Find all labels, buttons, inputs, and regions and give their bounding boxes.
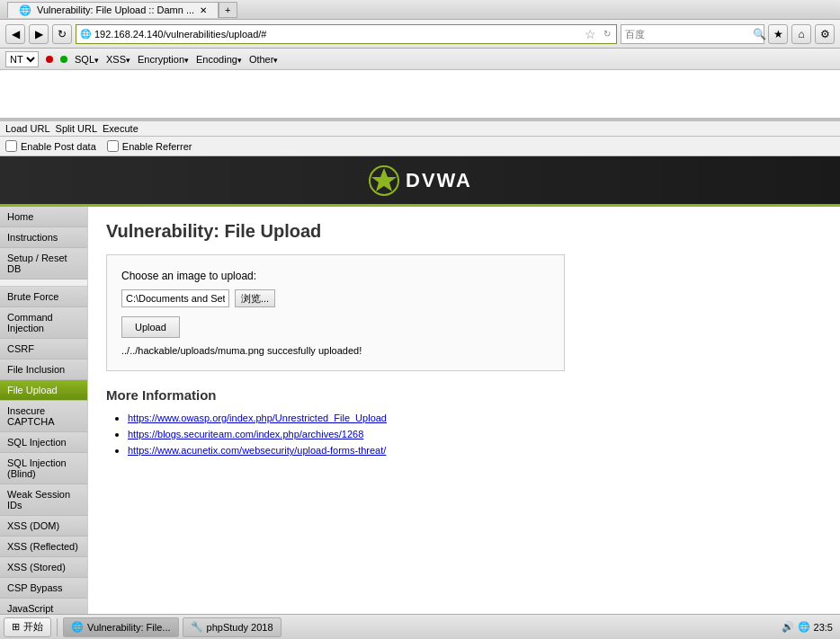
tamper-url-bar: Load URL Split URL Execute [0,121,840,137]
address-favicon: 🌐 [80,29,91,39]
sidebar-item-sql-injection[interactable]: SQL Injection [0,432,87,453]
tamper-url-textarea[interactable] [0,70,840,119]
sql-menu[interactable]: SQL [75,54,99,65]
browser-toolbar: ◀ ▶ ↻ 🌐 ☆ ↻ 🔍 ★ ⌂ ⚙ [0,20,840,49]
list-item: https://www.owasp.org/index.php/Unrestri… [128,412,822,424]
search-wrap: 🔍 [621,24,764,44]
file-input-row: 浏览... [121,289,550,307]
tab-close-button[interactable]: ✕ [200,5,207,15]
sidebar-item-xss-stored[interactable]: XSS (Stored) [0,557,87,578]
address-bar-wrap: 🌐 ☆ ↻ [76,24,617,44]
sidebar-item-instructions[interactable]: Instructions [0,227,87,248]
enable-post-checkbox[interactable] [5,140,17,152]
list-item: https://blogs.securiteam.com/index.php/a… [128,428,822,440]
enable-referrer-label[interactable]: Enable Referrer [107,140,192,152]
address-bar[interactable] [94,29,579,40]
tab-favicon: 🌐 [19,4,31,16]
start-icon: ⊞ [12,621,20,633]
sidebar: Home Instructions Setup / Reset DB Brute… [0,207,88,632]
upload-label: Choose an image to upload: [121,270,550,282]
browser-titlebar: 🌐 Vulnerability: File Upload :: Damn ...… [0,0,840,20]
browse-button[interactable]: 浏览... [235,289,275,307]
file-path-input[interactable] [121,289,229,307]
dot-red-icon [46,56,53,63]
xss-menu[interactable]: XSS [106,54,130,65]
dvwa-logo-icon [368,164,400,197]
sidebar-item-xss-dom[interactable]: XSS (DOM) [0,516,87,537]
encryption-menu[interactable]: Encryption [138,54,189,65]
link-owasp[interactable]: https://www.owasp.org/index.php/Unrestri… [128,413,387,423]
sidebar-item-csrf[interactable]: CSRF [0,339,87,359]
encoding-menu[interactable]: Encoding [196,54,242,65]
sidebar-item-xss-reflected[interactable]: XSS (Reflected) [0,537,87,557]
sidebar-item-brute-force[interactable]: Brute Force [0,287,87,307]
taskbar-item-browser[interactable]: 🌐 Vulnerability: File... [63,617,179,637]
tamper-select[interactable]: NT [5,51,39,67]
taskbar-divider [57,618,58,636]
sidebar-item-sql-injection-blind[interactable]: SQL Injection (Blind) [0,453,87,484]
tab-title: Vulnerability: File Upload :: Damn ... [37,4,194,15]
tray-icon-network: 🌐 [798,621,810,633]
list-item: https://www.acunetix.com/websecurity/upl… [128,444,822,457]
more-info-title: More Information [106,387,822,403]
enable-referrer-checkbox[interactable] [107,140,119,152]
enable-post-label[interactable]: Enable Post data [5,140,96,152]
upload-box: Choose an image to upload: 浏览... Upload … [106,254,565,371]
taskbar-item-icon-browser: 🌐 [71,621,84,633]
extra-buttons: ★ ⌂ ⚙ [768,24,835,44]
content-wrapper: Home Instructions Setup / Reset DB Brute… [0,207,840,632]
dot-green-icon [60,56,67,63]
refresh-button[interactable]: ↻ [52,24,72,44]
dvwa-header: DVWA [0,156,840,207]
back-button[interactable]: ◀ [5,24,25,44]
sidebar-item-weak-session[interactable]: Weak Session IDs [0,484,87,516]
other-menu[interactable]: Other [249,54,279,65]
bookmark-button[interactable]: ★ [768,24,788,44]
page-content: Vulnerability: File Upload Choose an ima… [88,207,840,632]
sidebar-item-command-injection[interactable]: Command Injection [0,307,87,339]
start-button[interactable]: ⊞ 开始 [4,617,51,637]
sidebar-gap-1 [0,280,87,287]
taskbar-item-phpstudy[interactable]: 🔧 phpStudy 2018 [183,617,281,637]
browser-tab[interactable]: 🌐 Vulnerability: File Upload :: Damn ...… [7,2,219,18]
taskbar-clock: 23:5 [814,622,833,633]
link-securiteam[interactable]: https://blogs.securiteam.com/index.php/a… [128,429,363,439]
start-label: 开始 [23,620,43,634]
tamper-toolbar: NT SQL XSS Encryption Encoding Other [0,49,840,70]
upload-button[interactable]: Upload [121,316,180,338]
taskbar-item-label-browser: Vulnerability: File... [87,622,171,633]
split-url-button[interactable]: Split URL [56,123,97,134]
tools-button[interactable]: ⚙ [815,24,835,44]
star-button[interactable]: ☆ [583,27,598,41]
sidebar-item-setup[interactable]: Setup / Reset DB [0,248,87,280]
tray-icon-sound: 🔊 [782,621,794,633]
search-button[interactable]: 🔍 [753,28,766,40]
taskbar-tray: 🔊 🌐 23:5 [778,621,836,633]
address-refresh-button[interactable]: ↻ [602,29,612,39]
load-url-button[interactable]: Load URL [5,123,50,134]
dvwa-logo: DVWA [368,164,472,197]
new-tab-button[interactable]: + [219,2,237,18]
execute-button[interactable]: Execute [103,123,139,134]
post-data-bar: Enable Post data Enable Referrer [0,137,840,156]
sidebar-item-file-inclusion[interactable]: File Inclusion [0,359,87,380]
sidebar-item-home[interactable]: Home [0,207,87,227]
search-input[interactable] [625,29,749,40]
dvwa-logo-text: DVWA [406,169,472,192]
link-acunetix[interactable]: https://www.acunetix.com/websecurity/upl… [128,445,386,456]
forward-button[interactable]: ▶ [29,24,49,44]
page-title: Vulnerability: File Upload [106,221,822,242]
taskbar-item-icon-phpstudy: 🔧 [191,621,203,633]
success-message: ../../hackable/uploads/muma.png succesfu… [121,345,550,356]
taskbar-item-label-phpstudy: phpStudy 2018 [207,622,273,633]
home-button[interactable]: ⌂ [791,24,811,44]
sidebar-item-csp-bypass[interactable]: CSP Bypass [0,578,87,599]
more-info-list: https://www.owasp.org/index.php/Unrestri… [106,412,822,457]
taskbar: ⊞ 开始 🌐 Vulnerability: File... 🔧 phpStudy… [0,614,840,639]
sidebar-item-insecure-captcha[interactable]: Insecure CAPTCHA [0,401,87,432]
sidebar-item-file-upload[interactable]: File Upload [0,380,87,401]
